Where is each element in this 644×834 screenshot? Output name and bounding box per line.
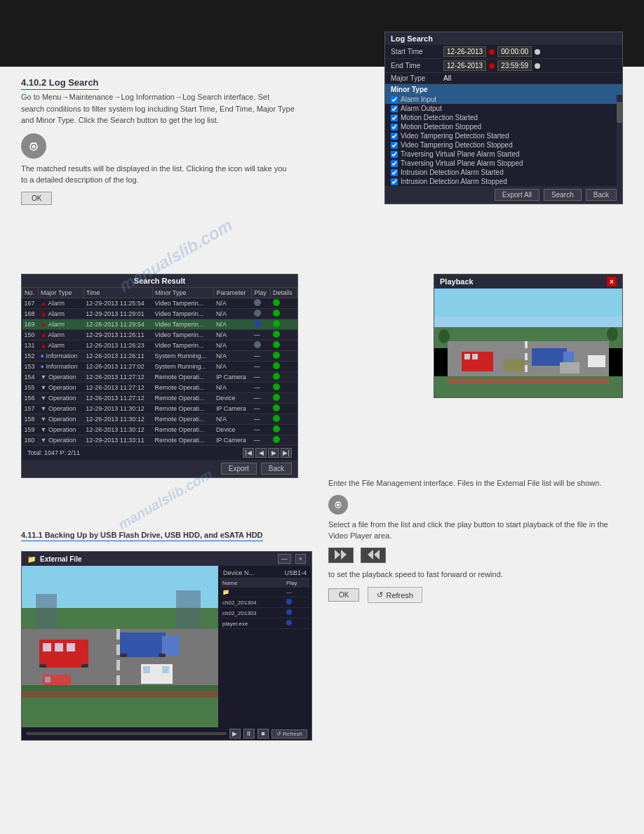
table-row[interactable]: 160 ▼ Operation 12-29-2013 11:33:11 Remo… xyxy=(22,435,297,446)
cell-play[interactable] xyxy=(252,298,271,309)
table-row[interactable]: 169 ▲ Alarm 12-26-2013 11:29:54 Video Ta… xyxy=(22,319,297,330)
page-last[interactable]: ▶| xyxy=(281,448,292,458)
checkbox-motion-stopped[interactable]: Motion Detection Stopped xyxy=(385,122,622,131)
start-date[interactable]: 12-26-2013 xyxy=(443,46,486,57)
checkbox-vplane-stopped[interactable]: Traversing Virtual Plane Alarm Stopped xyxy=(385,159,622,168)
col-type: Major Type xyxy=(39,288,84,298)
cell-play[interactable] xyxy=(252,340,271,351)
svg-rect-39 xyxy=(159,654,166,657)
cell-detail[interactable] xyxy=(271,319,297,330)
checkbox-motion-started-check[interactable] xyxy=(391,114,398,121)
start-confirm-dot xyxy=(535,49,540,55)
checkbox-scrollbar[interactable] xyxy=(617,95,622,186)
cell-detail[interactable] xyxy=(271,372,297,383)
checkbox-intrusion-started-check[interactable] xyxy=(391,169,398,176)
checkbox-motion-started-label: Motion Detection Started xyxy=(401,114,478,121)
cell-play[interactable] xyxy=(252,309,271,319)
pause-button[interactable]: ⏸ xyxy=(243,729,255,739)
list-item[interactable]: ch02_201304 xyxy=(220,597,309,608)
cell-detail[interactable] xyxy=(271,393,297,404)
timeline-bar[interactable] xyxy=(26,732,227,735)
minimize-button[interactable]: — xyxy=(278,554,291,564)
close-ext-button[interactable]: × xyxy=(295,554,306,564)
result-back-button[interactable]: Back xyxy=(261,463,292,475)
checkbox-motion-started[interactable]: Motion Detection Started xyxy=(385,113,622,122)
page-prev[interactable]: ◀ xyxy=(255,448,267,458)
start-time[interactable]: 00:00:00 xyxy=(497,46,532,57)
checkbox-alarm-output[interactable]: Alarm Output xyxy=(385,104,622,113)
checkbox-vt-started-check[interactable] xyxy=(391,133,398,140)
table-row[interactable]: 156 ▼ Operation 12-26-2013 11:27:12 Remo… xyxy=(22,393,297,404)
fast-forward-button[interactable] xyxy=(328,548,354,563)
cell-detail[interactable] xyxy=(271,340,297,351)
search-button[interactable]: Search xyxy=(544,189,582,201)
checkbox-vt-stopped[interactable]: Video Tampering Detection Stopped xyxy=(385,140,622,150)
table-row[interactable]: 168 ▲ Alarm 12-29-2013 11:29:01 Video Ta… xyxy=(22,309,297,319)
cell-detail[interactable] xyxy=(271,362,297,372)
cell-play[interactable] xyxy=(252,319,271,330)
list-item[interactable]: 📁 — xyxy=(220,588,309,597)
cell-param: N/A xyxy=(214,351,252,362)
checkbox-motion-stopped-check[interactable] xyxy=(391,124,398,131)
checkbox-intrusion-stopped-check[interactable] xyxy=(391,178,398,185)
cell-time: 12-26-2013 11:27:12 xyxy=(83,393,152,404)
export-all-button[interactable]: Export All xyxy=(495,189,539,201)
checkbox-vt-started-label: Video Tampering Detection Started xyxy=(401,132,509,140)
table-row[interactable]: 158 ▼ Operation 12-26-2013 11:30:12 Remo… xyxy=(22,414,297,425)
cell-detail[interactable] xyxy=(271,309,297,319)
list-item[interactable]: ch02_201303 xyxy=(220,608,309,618)
table-row[interactable]: 159 ▼ Operation 12-26-2013 11:30:12 Remo… xyxy=(22,425,297,435)
table-row[interactable]: 131 ▲ Alarm 12-26-2013 11:26:23 Video Ta… xyxy=(22,340,297,351)
table-row[interactable]: 152 ● Information 12-26-2013 11:26:11 Sy… xyxy=(22,351,297,362)
generic-button-container[interactable]: OK xyxy=(21,192,295,205)
table-row[interactable]: 157 ▼ Operation 12-29-2013 11:30:12 Remo… xyxy=(22,404,297,414)
cell-detail[interactable] xyxy=(271,351,297,362)
ok-button-2[interactable]: OK xyxy=(328,588,359,602)
checkbox-vplane-started[interactable]: Traversing Virtual Plane Alarm Started xyxy=(385,150,622,159)
file-play-4[interactable] xyxy=(284,618,309,629)
cell-detail[interactable] xyxy=(271,425,297,435)
file-play-3[interactable] xyxy=(284,608,309,618)
table-row[interactable]: 154 ▼ Operation 12-26-2013 11:27:12 Remo… xyxy=(22,372,297,383)
table-row[interactable]: 155 ▼ Operation 12-26-2013 11:27:12 Remo… xyxy=(22,383,297,393)
play-button[interactable]: ▶ xyxy=(229,729,241,739)
page-first[interactable]: |◀ xyxy=(243,448,254,458)
cell-detail[interactable] xyxy=(271,298,297,309)
ok-button[interactable]: OK xyxy=(21,192,52,205)
checkbox-intrusion-started[interactable]: Intrusion Detection Alarm Started xyxy=(385,168,622,177)
table-row[interactable]: 150 ▲ Alarm 12-29-2013 11:26:11 Video Ta… xyxy=(22,330,297,340)
checkbox-alarm-input[interactable]: Alarm Input xyxy=(385,95,622,104)
checkbox-vplane-started-check[interactable] xyxy=(391,151,398,158)
end-date[interactable]: 12-26-2013 xyxy=(443,60,486,71)
checkbox-alarm-input-check[interactable] xyxy=(391,96,398,103)
table-row[interactable]: 153 ● Information 12-26-2013 11:27:02 Sy… xyxy=(22,362,297,372)
result-export-button[interactable]: Export xyxy=(221,463,257,475)
cell-detail[interactable] xyxy=(271,435,297,446)
checkbox-vt-stopped-check[interactable] xyxy=(391,142,398,149)
file-play-2[interactable] xyxy=(284,597,309,608)
refresh-button-large[interactable]: ↺ Refresh xyxy=(368,587,422,603)
table-row[interactable]: 167 ▲ Alarm 12-29-2013 11:25:54 Video Ta… xyxy=(22,298,297,309)
checkbox-intrusion-stopped[interactable]: Intrusion Detection Alarm Stopped xyxy=(385,177,622,186)
checkbox-alarm-output-check[interactable] xyxy=(391,105,398,112)
ext-refresh-button[interactable]: ↺ Refresh xyxy=(271,729,307,739)
cell-type: ▼ Operation xyxy=(39,414,84,425)
end-time[interactable]: 23:59:59 xyxy=(497,60,532,71)
rewind-button[interactable] xyxy=(361,548,386,563)
svg-rect-36 xyxy=(120,633,166,657)
stop-button[interactable]: ■ xyxy=(257,729,269,739)
checkbox-vplane-stopped-check[interactable] xyxy=(391,160,398,167)
playback-close-button[interactable]: × xyxy=(607,277,617,286)
cell-detail[interactable] xyxy=(271,330,297,340)
checkbox-vt-started[interactable]: Video Tampering Detection Started xyxy=(385,131,622,140)
cell-detail[interactable] xyxy=(271,414,297,425)
page-next[interactable]: ▶ xyxy=(268,448,279,458)
cell-detail[interactable] xyxy=(271,404,297,414)
major-type-value[interactable]: All xyxy=(443,74,617,82)
cell-detail[interactable] xyxy=(271,383,297,393)
checkbox-scrollbar-thumb[interactable] xyxy=(617,102,622,123)
cell-param: N/A xyxy=(214,383,252,393)
list-item[interactable]: player.exe xyxy=(220,618,309,629)
cell-minor: Video Tamperin... xyxy=(153,330,214,340)
back-button[interactable]: Back xyxy=(586,189,617,201)
